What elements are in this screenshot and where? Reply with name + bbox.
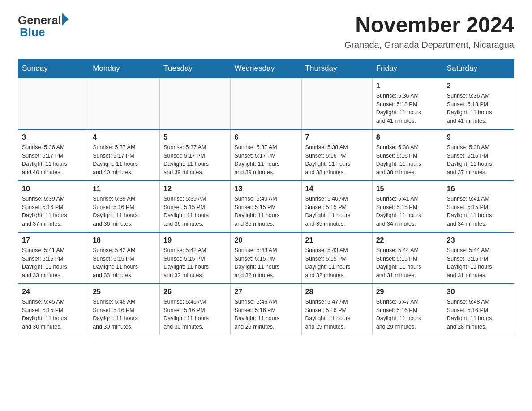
day-number: 9: [447, 133, 510, 141]
day-info: Sunrise: 5:41 AMSunset: 5:15 PMDaylight:…: [22, 246, 85, 280]
calendar-cell: 16Sunrise: 5:41 AMSunset: 5:15 PMDayligh…: [443, 181, 514, 232]
calendar-cell: 28Sunrise: 5:47 AMSunset: 5:16 PMDayligh…: [301, 284, 372, 335]
day-number: 18: [93, 236, 156, 244]
column-header-monday: Monday: [89, 59, 160, 78]
calendar-cell: [301, 78, 372, 129]
logo: General Blue: [18, 13, 69, 39]
calendar-cell: 9Sunrise: 5:38 AMSunset: 5:16 PMDaylight…: [443, 129, 514, 181]
month-year-title: November 2024: [344, 13, 514, 37]
column-header-sunday: Sunday: [18, 59, 89, 78]
calendar-cell: 22Sunrise: 5:44 AMSunset: 5:15 PMDayligh…: [372, 232, 443, 284]
day-number: 6: [234, 133, 297, 141]
day-info: Sunrise: 5:46 AMSunset: 5:16 PMDaylight:…: [234, 298, 297, 331]
day-info: Sunrise: 5:36 AMSunset: 5:18 PMDaylight:…: [447, 92, 510, 125]
logo-text-blue: Blue: [20, 26, 69, 39]
day-info: Sunrise: 5:41 AMSunset: 5:15 PMDaylight:…: [447, 195, 510, 228]
calendar-cell: 7Sunrise: 5:38 AMSunset: 5:16 PMDaylight…: [301, 129, 372, 181]
calendar-cell: 29Sunrise: 5:47 AMSunset: 5:16 PMDayligh…: [372, 284, 443, 335]
calendar-cell: 25Sunrise: 5:45 AMSunset: 5:16 PMDayligh…: [89, 284, 160, 335]
day-info: Sunrise: 5:45 AMSunset: 5:16 PMDaylight:…: [93, 298, 156, 331]
calendar-table: SundayMondayTuesdayWednesdayThursdayFrid…: [18, 59, 514, 335]
day-number: 8: [376, 133, 439, 141]
day-info: Sunrise: 5:36 AMSunset: 5:18 PMDaylight:…: [376, 92, 439, 125]
calendar-cell: 5Sunrise: 5:37 AMSunset: 5:17 PMDaylight…: [160, 129, 231, 181]
day-number: 5: [163, 133, 227, 141]
calendar-cell: 18Sunrise: 5:42 AMSunset: 5:15 PMDayligh…: [89, 232, 160, 284]
day-info: Sunrise: 5:44 AMSunset: 5:15 PMDaylight:…: [376, 246, 439, 280]
day-info: Sunrise: 5:43 AMSunset: 5:15 PMDaylight:…: [305, 246, 369, 280]
calendar-week-row: 17Sunrise: 5:41 AMSunset: 5:15 PMDayligh…: [18, 232, 514, 284]
calendar-cell: 27Sunrise: 5:46 AMSunset: 5:16 PMDayligh…: [231, 284, 301, 335]
column-header-saturday: Saturday: [443, 59, 514, 78]
page-header: General Blue November 2024 Granada, Gran…: [18, 13, 514, 50]
calendar-cell: 19Sunrise: 5:42 AMSunset: 5:15 PMDayligh…: [160, 232, 231, 284]
calendar-header-row: SundayMondayTuesdayWednesdayThursdayFrid…: [18, 59, 514, 78]
calendar-cell: 10Sunrise: 5:39 AMSunset: 5:16 PMDayligh…: [18, 181, 89, 232]
calendar-cell: 6Sunrise: 5:37 AMSunset: 5:17 PMDaylight…: [231, 129, 301, 181]
calendar-cell: 26Sunrise: 5:46 AMSunset: 5:16 PMDayligh…: [160, 284, 231, 335]
day-number: 7: [305, 133, 369, 141]
day-number: 13: [234, 185, 297, 193]
calendar-cell: 12Sunrise: 5:39 AMSunset: 5:15 PMDayligh…: [160, 181, 231, 232]
day-info: Sunrise: 5:37 AMSunset: 5:17 PMDaylight:…: [93, 143, 156, 177]
day-info: Sunrise: 5:42 AMSunset: 5:15 PMDaylight:…: [93, 246, 156, 280]
calendar-cell: 23Sunrise: 5:44 AMSunset: 5:15 PMDayligh…: [443, 232, 514, 284]
calendar-cell: 13Sunrise: 5:40 AMSunset: 5:15 PMDayligh…: [231, 181, 301, 232]
calendar-cell: 17Sunrise: 5:41 AMSunset: 5:15 PMDayligh…: [18, 232, 89, 284]
day-number: 22: [376, 236, 439, 244]
day-number: 14: [305, 185, 369, 193]
calendar-week-row: 10Sunrise: 5:39 AMSunset: 5:16 PMDayligh…: [18, 181, 514, 232]
logo-triangle-icon: [62, 13, 69, 26]
calendar-cell: 30Sunrise: 5:48 AMSunset: 5:16 PMDayligh…: [443, 284, 514, 335]
day-number: 27: [234, 288, 297, 296]
day-number: 30: [447, 288, 510, 296]
day-number: 29: [376, 288, 439, 296]
day-number: 11: [93, 185, 156, 193]
calendar-week-row: 24Sunrise: 5:45 AMSunset: 5:15 PMDayligh…: [18, 284, 514, 335]
title-section: November 2024 Granada, Granada Departmen…: [344, 13, 514, 50]
day-info: Sunrise: 5:45 AMSunset: 5:15 PMDaylight:…: [22, 298, 85, 331]
day-number: 10: [22, 185, 85, 193]
calendar-cell: 15Sunrise: 5:41 AMSunset: 5:15 PMDayligh…: [372, 181, 443, 232]
day-number: 28: [305, 288, 369, 296]
day-number: 25: [93, 288, 156, 296]
calendar-cell: 21Sunrise: 5:43 AMSunset: 5:15 PMDayligh…: [301, 232, 372, 284]
day-number: 16: [447, 185, 510, 193]
calendar-week-row: 3Sunrise: 5:36 AMSunset: 5:17 PMDaylight…: [18, 129, 514, 181]
calendar-cell: 8Sunrise: 5:38 AMSunset: 5:16 PMDaylight…: [372, 129, 443, 181]
calendar-cell: [160, 78, 231, 129]
day-info: Sunrise: 5:44 AMSunset: 5:15 PMDaylight:…: [447, 246, 510, 280]
day-info: Sunrise: 5:37 AMSunset: 5:17 PMDaylight:…: [163, 143, 227, 177]
calendar-cell: 2Sunrise: 5:36 AMSunset: 5:18 PMDaylight…: [443, 78, 514, 129]
day-number: 12: [163, 185, 227, 193]
day-info: Sunrise: 5:38 AMSunset: 5:16 PMDaylight:…: [447, 143, 510, 177]
location-subtitle: Granada, Granada Department, Nicaragua: [344, 40, 514, 50]
day-number: 24: [22, 288, 85, 296]
calendar-cell: 20Sunrise: 5:43 AMSunset: 5:15 PMDayligh…: [231, 232, 301, 284]
day-info: Sunrise: 5:46 AMSunset: 5:16 PMDaylight:…: [163, 298, 227, 331]
column-header-thursday: Thursday: [301, 59, 372, 78]
day-info: Sunrise: 5:47 AMSunset: 5:16 PMDaylight:…: [376, 298, 439, 331]
calendar-cell: [18, 78, 89, 129]
calendar-cell: 11Sunrise: 5:39 AMSunset: 5:16 PMDayligh…: [89, 181, 160, 232]
calendar-cell: 3Sunrise: 5:36 AMSunset: 5:17 PMDaylight…: [18, 129, 89, 181]
day-number: 4: [93, 133, 156, 141]
day-info: Sunrise: 5:38 AMSunset: 5:16 PMDaylight:…: [305, 143, 369, 177]
day-info: Sunrise: 5:39 AMSunset: 5:15 PMDaylight:…: [163, 195, 227, 228]
day-info: Sunrise: 5:36 AMSunset: 5:17 PMDaylight:…: [22, 143, 85, 177]
day-number: 23: [447, 236, 510, 244]
day-number: 1: [376, 82, 439, 90]
calendar-cell: 24Sunrise: 5:45 AMSunset: 5:15 PMDayligh…: [18, 284, 89, 335]
day-number: 26: [163, 288, 227, 296]
day-info: Sunrise: 5:40 AMSunset: 5:15 PMDaylight:…: [305, 195, 369, 228]
column-header-friday: Friday: [372, 59, 443, 78]
day-info: Sunrise: 5:41 AMSunset: 5:15 PMDaylight:…: [376, 195, 439, 228]
day-info: Sunrise: 5:39 AMSunset: 5:16 PMDaylight:…: [93, 195, 156, 228]
day-number: 17: [22, 236, 85, 244]
column-header-wednesday: Wednesday: [231, 59, 301, 78]
day-info: Sunrise: 5:42 AMSunset: 5:15 PMDaylight:…: [163, 246, 227, 280]
calendar-cell: [231, 78, 301, 129]
calendar-cell: 14Sunrise: 5:40 AMSunset: 5:15 PMDayligh…: [301, 181, 372, 232]
day-number: 21: [305, 236, 369, 244]
day-number: 2: [447, 82, 510, 90]
